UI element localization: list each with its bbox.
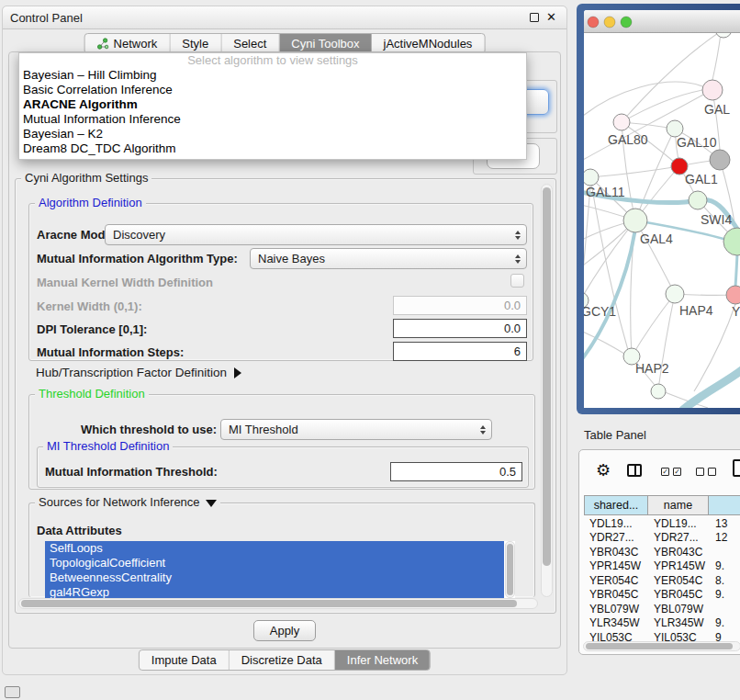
control-panel-window: Control Panel ✕ Network Style Select Cyn… [2, 6, 567, 675]
gear-icon[interactable] [596, 460, 611, 480]
tab-jactivemnodules[interactable]: jActiveMNodules [372, 34, 485, 53]
node-label: GAL80 [608, 132, 648, 147]
dropdown-option[interactable]: Basic Correlation Inference [19, 83, 526, 97]
node-bottom-partial[interactable] [651, 384, 666, 399]
dropdown-option[interactable]: Bayesian – K2 [19, 127, 526, 141]
columns-icon[interactable] [627, 464, 642, 477]
table-row[interactable]: YDL19...YDL19...13 [585, 516, 740, 531]
aracne-mode-select[interactable]: Discovery [105, 224, 527, 245]
mi-steps-input[interactable]: 6 [393, 342, 527, 361]
node-gal-top[interactable] [702, 80, 723, 100]
data-attributes-list[interactable]: SelfLoops TopologicalCoefficient Between… [45, 541, 515, 598]
group-title: Algorithm Definition [35, 196, 146, 209]
algorithm-definition-group: Algorithm Definition Aracne Mode: Discov… [28, 203, 533, 361]
close-icon[interactable]: ✕ [546, 10, 556, 24]
manual-kernel-checkbox[interactable] [510, 274, 524, 288]
expanded-arrow-icon[interactable] [206, 500, 217, 507]
table-row[interactable]: YBR043CYBR043C [585, 545, 740, 559]
checked-box-icon[interactable] [661, 468, 669, 476]
selected-value: Naive Bayes [258, 252, 325, 265]
tab-discretize-data[interactable]: Discretize Data [230, 650, 335, 670]
node-gal80[interactable] [613, 114, 630, 130]
tab-infer-network[interactable]: Infer Network [335, 650, 430, 670]
node-label: HAP4 [679, 303, 713, 318]
hub-transcription-section-toggle[interactable]: Hub/Transcription Factor Definition [36, 366, 241, 379]
unchecked-box-icon[interactable] [696, 468, 704, 476]
docked-panel-button[interactable] [5, 686, 20, 698]
apply-button[interactable]: Apply [253, 620, 316, 641]
mi-type-label: Mutual Information Algorithm Type: [37, 252, 238, 265]
which-threshold-select[interactable]: MI Threshold [220, 419, 492, 440]
checked-box-icon[interactable] [673, 468, 681, 476]
control-panel-titlebar: Control Panel ✕ [3, 6, 566, 29]
zoom-traffic-light[interactable] [621, 17, 632, 28]
tab-label: Style [182, 37, 208, 51]
tab-label: Discretize Data [241, 653, 322, 667]
table-row[interactable]: YDR27...YDR27...12 [585, 531, 740, 546]
table-horizontal-scrollbar[interactable] [583, 641, 740, 651]
node-top-partial[interactable] [715, 33, 732, 38]
node-label: GAL1 [685, 172, 718, 186]
list-item-selected[interactable]: BetweennessCentrality [45, 570, 504, 585]
node-swi4[interactable] [723, 228, 740, 255]
tab-label: jActiveMNodules [384, 37, 473, 51]
stepper-icon [515, 254, 521, 264]
minimize-traffic-light[interactable] [604, 17, 615, 28]
mi-algorithm-type-select[interactable]: Naive Bayes [250, 248, 527, 269]
mi-threshold-input[interactable]: 0.5 [390, 462, 522, 481]
tab-label: Cyni Toolbox [291, 37, 359, 51]
dpi-tolerance-input[interactable]: 0.0 [393, 319, 527, 338]
scrollbar-thumb[interactable] [21, 600, 517, 607]
unchecked-box-icon[interactable] [708, 468, 716, 476]
network-canvas[interactable]: GAL GAL80 GAL10 GAL1 GAL11 SWI4 GAL4 GCY… [584, 33, 740, 408]
column-header[interactable]: shared... [584, 495, 648, 515]
list-item-selected[interactable]: gal4RGexp [45, 585, 504, 598]
scrollbar-thumb[interactable] [507, 544, 513, 595]
node-gray[interactable] [710, 150, 730, 170]
stepper-icon [515, 231, 521, 240]
table-row[interactable]: YLR345WYLR345W9. [585, 616, 740, 631]
float-window-icon[interactable] [530, 13, 539, 22]
node-y[interactable] [726, 286, 740, 304]
column-header[interactable]: name [647, 495, 709, 515]
node-hap4[interactable] [666, 285, 684, 303]
table-row[interactable]: YBL079WYBL079W [585, 602, 740, 616]
node-gal4[interactable] [623, 209, 647, 232]
document-icon[interactable] [733, 459, 740, 477]
node-label: GCY1 [584, 304, 616, 319]
table-row[interactable]: YPR145WYPR145W9. [585, 559, 740, 574]
scrollbar-thumb[interactable] [543, 187, 551, 566]
node-gal1[interactable] [689, 191, 707, 209]
settings-horizontal-scrollbar[interactable] [18, 598, 538, 609]
table-row[interactable]: YER054CYER054C8. [585, 573, 740, 588]
tab-label: Network [114, 37, 158, 51]
list-item-selected[interactable]: TopologicalCoefficient [45, 556, 504, 570]
list-item-selected[interactable]: SelfLoops [45, 541, 504, 556]
selected-value: Discovery [113, 228, 165, 242]
tab-network[interactable]: Network [85, 34, 171, 53]
node-label: GAL11 [586, 185, 625, 199]
group-title: Sources for Network Inference [35, 495, 220, 509]
table-row[interactable]: YBR045CYBR045C9. [585, 588, 740, 603]
list-scrollbar[interactable] [505, 541, 515, 598]
tab-style[interactable]: Style [170, 34, 221, 53]
dropdown-option-selected[interactable]: ARACNE Algorithm [19, 97, 526, 112]
table-body: YDL19...YDL19...13 YDR27...YDR27...12 YB… [585, 516, 740, 645]
tab-cyni-toolbox[interactable]: Cyni Toolbox [279, 34, 371, 53]
kernel-width-input[interactable]: 0.0 [393, 296, 527, 315]
network-window-titlebar[interactable] [584, 10, 740, 33]
node-label: GAL4 [640, 231, 673, 246]
mi-threshold-label: Mutual Information Threshold: [45, 465, 218, 479]
dropdown-option[interactable]: Dream8 DC_TDC Algorithm [19, 141, 526, 156]
node-gal11[interactable] [584, 169, 599, 186]
field-value: 0.0 [504, 299, 521, 312]
tab-impute-data[interactable]: Impute Data [140, 650, 230, 670]
dropdown-option[interactable]: Bayesian – Hill Climbing [19, 68, 526, 83]
scrollbar-thumb[interactable] [586, 643, 733, 649]
tab-select[interactable]: Select [221, 34, 279, 53]
close-traffic-light[interactable] [588, 17, 599, 28]
dropdown-option[interactable]: Mutual Information Inference [19, 112, 526, 127]
column-header[interactable] [708, 495, 740, 515]
settings-vertical-scrollbar[interactable] [541, 184, 553, 597]
apply-label: Apply [270, 624, 300, 638]
